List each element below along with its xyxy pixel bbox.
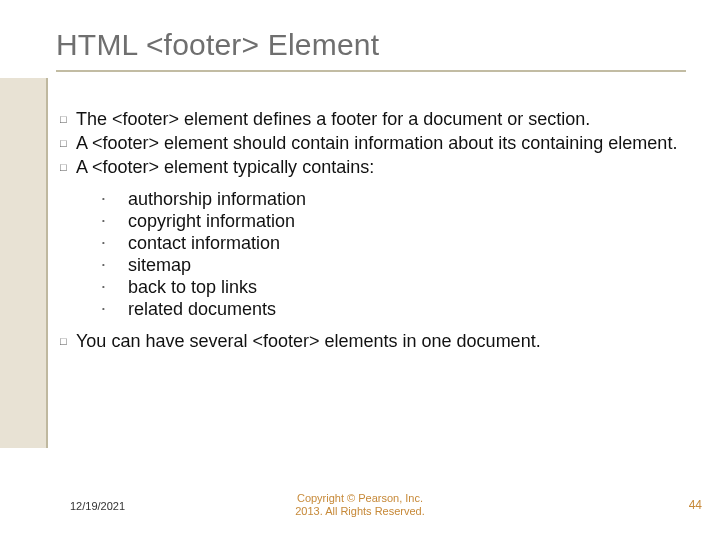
bullet-item: □ You can have several <footer> elements…: [58, 330, 688, 352]
square-bullet-icon: □: [58, 108, 76, 130]
bullet-text: A <footer> element typically contains:: [76, 156, 374, 178]
square-bullet-icon: □: [58, 132, 76, 154]
bullet-item: □ A <footer> element should contain info…: [58, 132, 688, 154]
dot-bullet-icon: •: [98, 254, 128, 276]
footer-copyright: Copyright © Pearson, Inc. 2013. All Righ…: [0, 492, 720, 518]
slide-content: □ The <footer> element defines a footer …: [58, 108, 688, 354]
footer-page-number: 44: [689, 498, 702, 512]
bullet-text: You can have several <footer> elements i…: [76, 330, 541, 352]
sub-bullet-item: • related documents: [98, 298, 688, 320]
dot-bullet-icon: •: [98, 210, 128, 232]
footer-copyright-line1: Copyright © Pearson, Inc.: [297, 492, 423, 504]
bullet-text: The <footer> element defines a footer fo…: [76, 108, 590, 130]
bullet-item: □ The <footer> element defines a footer …: [58, 108, 688, 130]
footer-copyright-line2: 2013. All Rights Reserved.: [295, 505, 425, 517]
square-bullet-icon: □: [58, 330, 76, 352]
dot-bullet-icon: •: [98, 298, 128, 320]
sub-bullet-text: related documents: [128, 298, 276, 320]
sub-bullet-text: copyright information: [128, 210, 295, 232]
dot-bullet-icon: •: [98, 276, 128, 298]
slide-title: HTML <footer> Element: [56, 28, 379, 62]
sub-bullet-text: authorship information: [128, 188, 306, 210]
sub-bullet-item: • sitemap: [98, 254, 688, 276]
square-bullet-icon: □: [58, 156, 76, 178]
slide-footer: 12/19/2021 Copyright © Pearson, Inc. 201…: [0, 480, 720, 540]
sub-bullet-item: • contact information: [98, 232, 688, 254]
sub-bullet-text: contact information: [128, 232, 280, 254]
sub-bullet-item: • back to top links: [98, 276, 688, 298]
bullet-item: □ A <footer> element typically contains:: [58, 156, 688, 178]
dot-bullet-icon: •: [98, 232, 128, 254]
bullet-text: A <footer> element should contain inform…: [76, 132, 677, 154]
sub-bullet-item: • authorship information: [98, 188, 688, 210]
dot-bullet-icon: •: [98, 188, 128, 210]
sub-bullet-text: back to top links: [128, 276, 257, 298]
title-underline: [56, 70, 686, 72]
slide-sidebar: [0, 78, 48, 448]
sub-bullet-item: • copyright information: [98, 210, 688, 232]
sub-bullet-list: • authorship information • copyright inf…: [98, 188, 688, 320]
sub-bullet-text: sitemap: [128, 254, 191, 276]
